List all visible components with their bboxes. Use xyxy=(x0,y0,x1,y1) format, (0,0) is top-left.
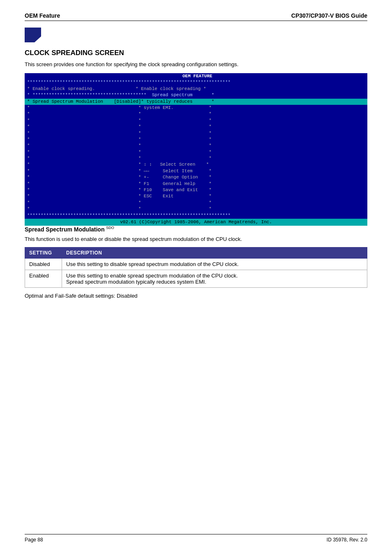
table-header-row: SETTING DESCRIPTION xyxy=(25,247,367,259)
setting-cell: Disabled xyxy=(25,259,62,270)
bios-row-3: * Spread Spectrum Modulation [Disabled]*… xyxy=(25,99,367,105)
bios-row-14: * * ↔↔ Select Item * xyxy=(25,168,367,174)
page-footer: Page 88 ID 35978, Rev. 2.0 xyxy=(25,534,367,543)
footer-id: ID 35978, Rev. 2.0 xyxy=(327,537,367,543)
subsection-superscript: SDO xyxy=(106,226,114,230)
bios-row-1: * Enable clock spreading. * Enable clock… xyxy=(25,86,367,92)
section-title: CLOCK SPREADING SCREEN xyxy=(25,49,367,57)
table-row: DisabledUse this setting to disable spre… xyxy=(25,259,367,270)
bios-screen: OEM FEATURE ****************************… xyxy=(25,73,367,226)
bios-row-20: * * * xyxy=(25,206,367,212)
bios-row-18: * * ESC Exit * xyxy=(25,193,367,199)
bios-row-17: * * F10 Save and Exit * xyxy=(25,187,367,193)
page-header: OEM Feature CP307/CP307-V BIOS Guide xyxy=(25,12,367,19)
section-description: This screen provides one function for sp… xyxy=(25,61,367,67)
bios-row-10: * * * xyxy=(25,143,367,149)
footer-page: Page 88 xyxy=(25,537,43,543)
header-divider xyxy=(25,21,367,21)
bios-row-8: * * * xyxy=(25,130,367,136)
section-icon xyxy=(25,28,41,42)
bios-row-2: * **************************************… xyxy=(25,92,367,98)
table-row: EnabledUse this setting to enable spread… xyxy=(25,270,367,288)
bios-row-7: * * * xyxy=(25,124,367,130)
bios-footer: v02.61 (C)Copyright 1985-2006, American … xyxy=(25,219,367,226)
bios-stars-top: ****************************************… xyxy=(25,79,367,86)
bios-stars-bottom: ****************************************… xyxy=(25,213,367,219)
bios-row-19: * * * xyxy=(25,200,367,206)
description-cell: Use this setting to enable spread spectr… xyxy=(62,270,367,288)
col-setting: SETTING xyxy=(25,247,62,259)
bios-row-9: * * * xyxy=(25,136,367,143)
bios-row-5: * * * xyxy=(25,111,367,117)
bios-row-11: * * * xyxy=(25,149,367,155)
col-description: DESCRIPTION xyxy=(62,247,367,259)
description-cell: Use this setting to disable spread spect… xyxy=(62,259,367,270)
header-right: CP307/CP307-V BIOS Guide xyxy=(291,12,367,19)
bios-title: OEM FEATURE xyxy=(25,73,367,79)
bios-row-6: * * * xyxy=(25,118,367,124)
subsection-title: Spread Spectrum Modulation SDO xyxy=(25,226,367,233)
subsection-description: This function is used to enable or disab… xyxy=(25,236,367,242)
defaults-text: Optimal and Fail-Safe default settings: … xyxy=(25,293,367,299)
setting-cell: Enabled xyxy=(25,270,62,288)
bios-row-16: * * F1 General Help * xyxy=(25,181,367,187)
bios-row-15: * * +- Change Option * xyxy=(25,174,367,180)
header-left: OEM Feature xyxy=(25,12,60,19)
settings-table: SETTING DESCRIPTION DisabledUse this set… xyxy=(25,247,367,288)
bios-row-13: * * ↕ ↕ Select Screen * xyxy=(25,162,367,168)
bios-row-12: * * * xyxy=(25,155,367,162)
bios-row-4: * * system EMI. * xyxy=(25,105,367,111)
